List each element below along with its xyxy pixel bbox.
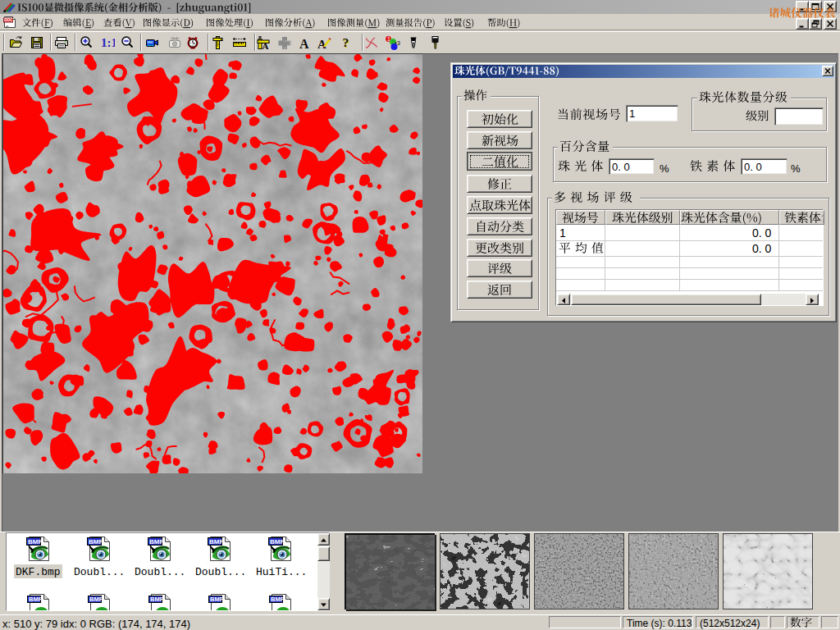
- svg-text:BMP: BMP: [271, 596, 285, 603]
- svg-text:E: E: [221, 37, 224, 42]
- svg-text:BMP: BMP: [150, 596, 164, 603]
- svg-text:1:1: 1:1: [101, 36, 115, 49]
- svg-text:DOC: DOC: [4, 18, 13, 22]
- svg-text:3: 3: [397, 40, 400, 46]
- svg-text:A: A: [299, 37, 309, 51]
- svg-text:A: A: [262, 41, 269, 51]
- svg-text:BMP: BMP: [89, 596, 103, 603]
- svg-text:BMP: BMP: [210, 596, 224, 603]
- svg-text:BMP: BMP: [29, 596, 43, 603]
- svg-text:A: A: [317, 38, 326, 51]
- svg-text:?: ?: [343, 35, 349, 49]
